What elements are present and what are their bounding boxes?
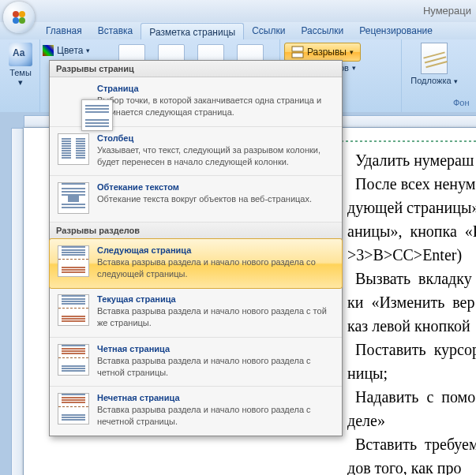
item-desc: Вставка разрыва раздела и начало нового … <box>97 305 334 329</box>
section-odd-page-item[interactable]: Нечетная страница Вставка разрыва раздел… <box>50 387 342 436</box>
section-separator <box>336 140 476 142</box>
item-desc: Выбор точки, в которой заканчивается одн… <box>97 95 334 118</box>
item-title: Текущая страница <box>97 294 334 304</box>
item-desc: Вставка разрыва раздела и начало нового … <box>97 404 334 428</box>
document-text[interactable]: Удалить нумераш После всех ненум дующей … <box>347 148 476 475</box>
app-window: Нумераци Главная Вставка Разметка страни… <box>0 0 476 475</box>
office-logo-icon <box>9 8 28 27</box>
page-break-icon <box>81 99 113 131</box>
svg-rect-4 <box>292 47 303 51</box>
titlebar: Нумераци <box>0 0 476 23</box>
office-button[interactable] <box>3 2 35 33</box>
svg-point-0 <box>13 11 19 17</box>
section-continuous-item[interactable]: Текущая страница Вставка разрыва раздела… <box>50 288 342 338</box>
watermark-icon <box>421 43 448 74</box>
watermark-button[interactable]: Подложка ▾ <box>410 43 458 85</box>
column-break-icon <box>58 133 89 165</box>
section-even-icon <box>58 344 89 376</box>
ribbon-divider <box>401 39 402 112</box>
breaks-label: Разрывы <box>307 47 347 58</box>
section-even-page-item[interactable]: Четная страница Вставка разрыва раздела … <box>50 338 342 387</box>
item-desc: Вставка разрыва раздела и начало нового … <box>97 355 334 379</box>
svg-point-1 <box>19 11 25 17</box>
watermark-label: Подложка <box>410 76 451 85</box>
colors-icon <box>43 45 54 56</box>
tab-mailings[interactable]: Рассылки <box>293 22 351 39</box>
item-title: Обтекание текстом <box>97 182 334 192</box>
svg-point-2 <box>13 17 19 24</box>
dropdown-arrow-icon: ▾ <box>352 64 356 72</box>
break-page-item[interactable]: Страница Выбор точки, в которой заканчив… <box>50 77 342 127</box>
break-wrap-item[interactable]: Обтекание текстом Обтекание текста вокру… <box>50 176 342 223</box>
item-title: Нечетная страница <box>97 393 334 402</box>
section-odd-icon <box>58 393 89 425</box>
dropdown-arrow-icon: ▾ <box>454 77 458 85</box>
themes-icon <box>9 43 32 66</box>
item-desc: Вставка разрыва раздела и начало нового … <box>97 256 334 280</box>
svg-point-3 <box>19 17 25 24</box>
breaks-button[interactable]: Разрывы ▾ <box>284 43 361 62</box>
vertical-ruler[interactable] <box>11 128 24 475</box>
break-column-item[interactable]: Столбец Указывает, что текст, следующий … <box>50 127 342 177</box>
section-next-page-item[interactable]: Следующая страница Вставка разрыва разде… <box>49 238 343 289</box>
bg-group-label: Фон <box>453 98 470 107</box>
themes-button[interactable]: Темы ▾ <box>5 43 36 88</box>
item-title: Столбец <box>97 133 334 143</box>
tab-insert[interactable]: Вставка <box>90 22 141 39</box>
item-desc: Обтекание текста вокруг объектов на веб-… <box>97 193 334 205</box>
tab-references[interactable]: Ссылки <box>244 22 293 39</box>
text-wrap-break-icon <box>58 182 89 214</box>
colors-label: Цвета <box>57 45 83 56</box>
dropdown-section-header: Разрывы страниц <box>50 61 342 77</box>
breaks-dropdown: Разрывы страниц Страница Выбор точки, в … <box>49 60 343 436</box>
tab-home[interactable]: Главная <box>38 22 90 39</box>
ribbon-tabs: Главная Вставка Разметка страницы Ссылки… <box>0 22 476 40</box>
window-title: Нумераци <box>423 5 471 17</box>
section-continuous-icon <box>58 294 89 326</box>
item-desc: Указывает, что текст, следующий за разры… <box>97 144 334 168</box>
section-next-icon <box>58 245 89 277</box>
tab-page-layout[interactable]: Разметка страницы <box>141 23 244 39</box>
dropdown-arrow-icon: ▾ <box>86 47 90 54</box>
tab-review[interactable]: Рецензирование <box>351 22 440 39</box>
item-title: Следующая страница <box>97 245 334 255</box>
breaks-icon <box>291 46 304 58</box>
dropdown-arrow-icon: ▾ <box>350 48 354 56</box>
themes-label: Темы <box>9 68 32 77</box>
dropdown-section-header: Разрывы разделов <box>50 223 342 239</box>
item-title: Четная страница <box>97 344 334 353</box>
dropdown-arrow-icon: ▾ <box>18 77 23 87</box>
colors-button[interactable]: Цвета ▾ <box>43 43 90 58</box>
ribbon-divider <box>39 39 40 112</box>
item-title: Страница <box>97 84 334 93</box>
svg-rect-5 <box>292 53 303 58</box>
